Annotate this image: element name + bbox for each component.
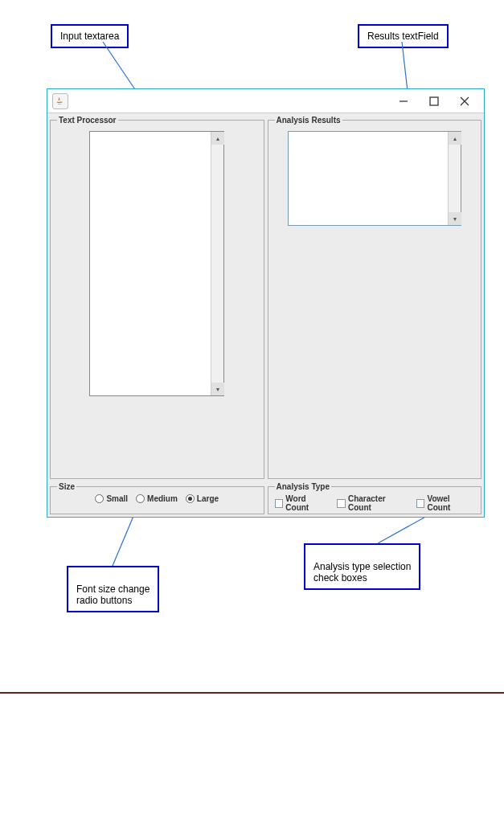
java-icon: [52, 93, 68, 109]
input-textarea[interactable]: [90, 132, 211, 395]
checkbox-icon: [337, 499, 346, 508]
callout-analysis-checkboxes: Analysis type selection check boxes: [304, 543, 420, 590]
input-scrollbar[interactable]: ▴ ▾: [211, 132, 223, 395]
radio-icon: [95, 494, 104, 503]
callout-label: Font size change radio buttons: [76, 583, 150, 606]
radio-medium[interactable]: Medium: [136, 494, 178, 503]
scroll-down-icon[interactable]: ▾: [211, 383, 224, 395]
svg-rect-6: [430, 97, 438, 105]
checkbox-icon: [275, 499, 284, 508]
scroll-up-icon[interactable]: ▴: [449, 132, 461, 145]
checkbox-label: Word Count: [285, 494, 330, 512]
content-area: Text Processor ▴ ▾ Size Small Medi: [47, 113, 484, 517]
results-textfield-container: ▴ ▾: [288, 131, 461, 226]
text-processor-panel: Text Processor ▴ ▾: [50, 116, 264, 479]
app-window: Text Processor ▴ ▾ Size Small Medi: [47, 88, 485, 518]
analysis-results-title: Analysis Results: [275, 116, 342, 125]
analysis-type-panel: Analysis Type Word Count Character Count…: [268, 482, 482, 514]
callout-input-textarea: Input textarea: [51, 24, 129, 48]
radio-icon: [186, 494, 195, 503]
callout-results-textfield: Results textField: [358, 24, 449, 48]
footer-divider: [0, 692, 504, 694]
radio-label: Medium: [147, 494, 178, 503]
checkbox-label: Vowel Count: [427, 494, 474, 512]
callout-label: Analysis type selection check boxes: [313, 561, 411, 583]
analysis-type-title: Analysis Type: [275, 482, 332, 491]
checkbox-icon: [416, 499, 425, 508]
close-button[interactable]: [458, 95, 471, 108]
radio-label: Small: [106, 494, 128, 503]
callout-label: Results textField: [367, 31, 439, 42]
titlebar: [47, 89, 484, 113]
maximize-button[interactable]: [428, 95, 440, 108]
radio-label: Large: [197, 494, 219, 503]
window-controls: [397, 95, 481, 108]
input-textarea-container: ▴ ▾: [89, 131, 224, 396]
results-textfield[interactable]: [289, 132, 448, 225]
callout-font-size-radios: Font size change radio buttons: [67, 566, 159, 612]
minimize-button[interactable]: [397, 95, 410, 108]
right-column: Analysis Results ▴ ▾ Analysis Type Word …: [268, 116, 482, 514]
scroll-up-icon[interactable]: ▴: [211, 132, 224, 145]
checkbox-character-count[interactable]: Character Count: [337, 494, 410, 512]
checkbox-label: Character Count: [348, 494, 410, 512]
radio-icon: [136, 494, 145, 503]
analysis-results-panel: Analysis Results ▴ ▾: [268, 116, 482, 479]
size-panel: Size Small Medium Large: [50, 482, 264, 514]
radio-small[interactable]: Small: [95, 494, 128, 503]
checkbox-vowel-count[interactable]: Vowel Count: [416, 494, 474, 512]
text-processor-title: Text Processor: [57, 116, 118, 125]
left-column: Text Processor ▴ ▾ Size Small Medi: [50, 116, 264, 514]
radio-large[interactable]: Large: [186, 494, 219, 503]
callout-label: Input textarea: [60, 31, 119, 42]
results-scrollbar[interactable]: ▴ ▾: [448, 132, 461, 225]
size-title: Size: [57, 482, 76, 491]
scroll-down-icon[interactable]: ▾: [449, 212, 461, 225]
checkbox-word-count[interactable]: Word Count: [275, 494, 331, 512]
